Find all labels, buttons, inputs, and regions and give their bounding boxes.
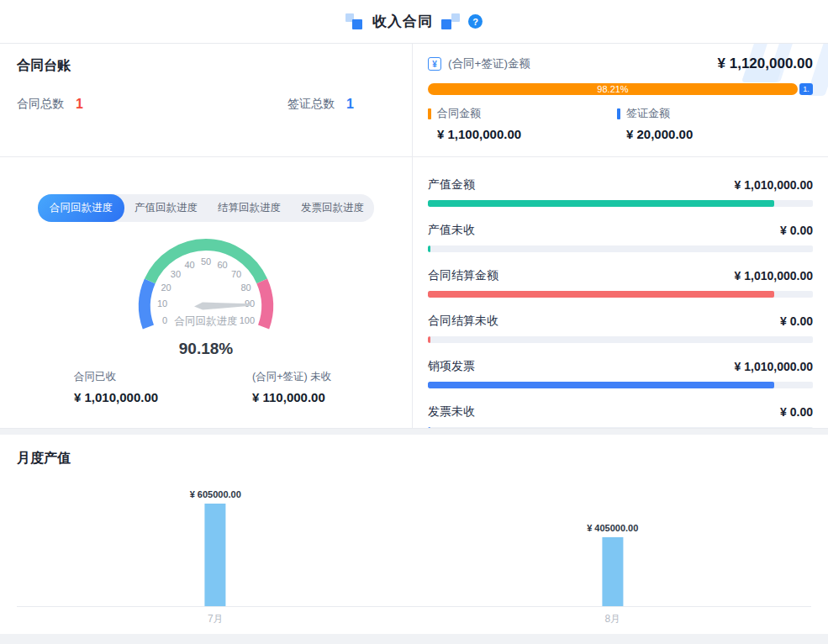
bar-chart: ¥ 605000.007月¥ 405000.008月 bbox=[17, 479, 811, 607]
monthly-title: 月度产值 bbox=[17, 450, 811, 467]
bar-value-label: ¥ 605000.00 bbox=[190, 489, 241, 499]
bar bbox=[602, 537, 623, 606]
metric-bar-fill bbox=[428, 291, 774, 298]
metric-bar-fill bbox=[428, 245, 430, 252]
gauge-tick-label: 20 bbox=[161, 282, 171, 293]
metric-bar bbox=[428, 245, 813, 252]
monthly-output-card: 月度产值 ¥ 605000.007月¥ 405000.008月 bbox=[0, 435, 828, 634]
gauge-wrap: 0102030405060708090100合同回款进度90.18% bbox=[101, 225, 311, 368]
dashboard-grid: 合同台账 合同总数1签证总数1 ¥ (合同+签证)金额 ¥ 1,120,000.… bbox=[0, 44, 828, 429]
ledger-stats: 合同总数1签证总数1 bbox=[17, 97, 395, 112]
metric-label: 合同结算金额 bbox=[428, 268, 498, 283]
metric-value: ¥ 1,010,000.00 bbox=[735, 269, 813, 282]
bar-column: ¥ 605000.00 bbox=[190, 489, 241, 606]
gauge-tick-label: 50 bbox=[201, 256, 211, 267]
metric-label: 销项发票 bbox=[428, 359, 475, 374]
gauge-arc-segment bbox=[145, 281, 150, 327]
metric-bar-fill bbox=[428, 336, 430, 343]
tab-settlement-payback[interactable]: 结算回款进度 bbox=[208, 194, 291, 222]
x-axis-tick: 7月 bbox=[208, 612, 224, 626]
legend-item: 合同金额¥ 1,100,000.00 bbox=[428, 106, 617, 141]
amount-label: (合同+签证)金额 bbox=[448, 56, 530, 71]
gauge-needle bbox=[194, 303, 251, 310]
payback-progress-panel: 合同回款进度产值回款进度结算回款进度发票回款进度 010203040506070… bbox=[0, 157, 412, 428]
metric-value: ¥ 0.00 bbox=[780, 405, 813, 419]
metrics-panel: 产值金额¥ 1,010,000.00产值未收¥ 0.00合同结算金额¥ 1,01… bbox=[413, 157, 828, 428]
legend-mark-icon bbox=[617, 108, 620, 119]
contract-ledger-panel: 合同台账 合同总数1签证总数1 bbox=[0, 44, 412, 156]
metric-value: ¥ 0.00 bbox=[780, 314, 813, 328]
bar-column: ¥ 405000.00 bbox=[587, 523, 638, 606]
metric-bar bbox=[428, 382, 813, 388]
metric-value: ¥ 0.00 bbox=[780, 224, 813, 237]
gauge-stat-label: 合同已收 bbox=[74, 370, 252, 384]
gauge-tick-label: 90 bbox=[245, 298, 255, 309]
title-deco-left-icon bbox=[345, 13, 364, 30]
payback-tabs: 合同回款进度产值回款进度结算回款进度发票回款进度 bbox=[38, 194, 374, 222]
yuan-clipboard-icon: ¥ bbox=[428, 57, 441, 71]
stat-value: 1 bbox=[76, 97, 83, 112]
gauge-tick-label: 0 bbox=[162, 315, 167, 325]
bar-segment-contract: 98.21% bbox=[428, 83, 798, 95]
gauge-tick-label: 40 bbox=[184, 260, 194, 270]
metric-bar bbox=[428, 291, 813, 298]
gauge-tick-label: 100 bbox=[240, 315, 255, 325]
metric-label: 发票未收 bbox=[428, 404, 475, 420]
gauge-stat-value: ¥ 1,010,000.00 bbox=[74, 390, 252, 404]
metric-row: 合同结算金额¥ 1,010,000.00 bbox=[428, 268, 813, 298]
page-title: 收入合同 bbox=[372, 12, 433, 31]
metric-bar bbox=[428, 336, 813, 343]
ledger-stat: 合同总数1 bbox=[17, 97, 287, 112]
stat-value: 1 bbox=[346, 97, 354, 112]
metric-bar-fill bbox=[428, 382, 774, 388]
metric-label: 产值未收 bbox=[428, 223, 475, 238]
metric-bar-fill bbox=[428, 200, 774, 207]
amount-progress-bar: 98.21%1. bbox=[428, 83, 813, 95]
stat-label: 签证总数 bbox=[287, 97, 335, 112]
legend-label: 合同金额 bbox=[437, 106, 481, 121]
legend-item: 签证金额¥ 20,000.00 bbox=[617, 106, 806, 141]
tab-output-payback[interactable]: 产值回款进度 bbox=[124, 194, 208, 222]
help-icon[interactable]: ? bbox=[468, 14, 483, 29]
gauge-tick-label: 10 bbox=[157, 298, 167, 309]
metric-row: 产值未收¥ 0.00 bbox=[428, 223, 813, 252]
metric-label: 合同结算未收 bbox=[428, 314, 498, 329]
metric-value: ¥ 1,010,000.00 bbox=[735, 178, 813, 192]
bar-segment-visa: 1. bbox=[799, 83, 813, 95]
gauge-tick-label: 70 bbox=[231, 269, 241, 279]
app-header: 收入合同 ? bbox=[0, 0, 828, 44]
legend-value: ¥ 20,000.00 bbox=[617, 127, 806, 141]
amount-total: ¥ 1,120,000.00 bbox=[718, 55, 813, 72]
gauge-tick-label: 30 bbox=[171, 269, 181, 279]
ledger-stat: 签证总数1 bbox=[287, 97, 354, 112]
gauge-value: 90.18% bbox=[179, 340, 234, 357]
tab-contract-payback[interactable]: 合同回款进度 bbox=[38, 194, 124, 222]
gauge-stat-value: ¥ 110,000.00 bbox=[252, 390, 412, 404]
gauge-stat: 合同已收¥ 1,010,000.00 bbox=[74, 370, 252, 404]
title-deco-right-icon bbox=[441, 13, 460, 30]
amount-summary-panel: ¥ (合同+签证)金额 ¥ 1,120,000.00 98.21%1. 合同金额… bbox=[413, 44, 828, 156]
gauge-title: 合同回款进度 bbox=[174, 315, 238, 327]
metric-row: 产值金额¥ 1,010,000.00 bbox=[428, 177, 813, 207]
legend-label: 签证金额 bbox=[626, 106, 670, 121]
metric-bar bbox=[428, 427, 813, 428]
stat-label: 合同总数 bbox=[17, 97, 64, 112]
legend-value: ¥ 1,100,000.00 bbox=[428, 127, 617, 141]
x-axis-tick: 8月 bbox=[604, 612, 620, 626]
bar bbox=[205, 504, 226, 606]
gauge-stat-label: (合同+签证) 未收 bbox=[252, 370, 412, 384]
metric-value: ¥ 1,010,000.00 bbox=[735, 360, 813, 373]
legend-mark-icon bbox=[428, 108, 431, 119]
gauge-tick-label: 80 bbox=[240, 282, 251, 293]
metric-row: 合同结算未收¥ 0.00 bbox=[428, 314, 813, 343]
gauge-stat: (合同+签证) 未收¥ 110,000.00 bbox=[252, 370, 412, 404]
tab-invoice-payback[interactable]: 发票回款进度 bbox=[291, 194, 374, 222]
gauge-stats: 合同已收¥ 1,010,000.00(合同+签证) 未收¥ 110,000.00 bbox=[0, 370, 412, 404]
gauge-tick-label: 60 bbox=[217, 260, 227, 270]
metric-bar-fill bbox=[428, 427, 430, 428]
metric-row: 销项发票¥ 1,010,000.00 bbox=[428, 359, 813, 388]
gauge-arc-segment bbox=[262, 281, 267, 327]
metric-label: 产值金额 bbox=[428, 177, 475, 193]
metric-bar bbox=[428, 200, 813, 207]
amount-legend: 合同金额¥ 1,100,000.00签证金额¥ 20,000.00 bbox=[428, 106, 813, 141]
